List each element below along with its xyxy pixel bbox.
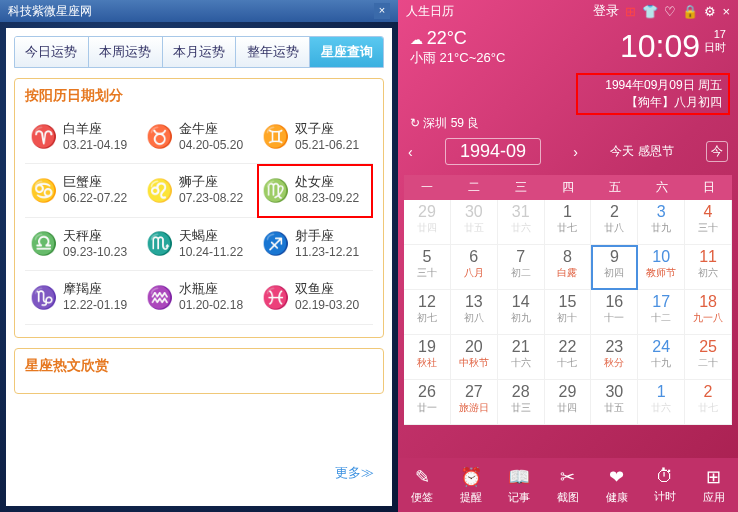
calendar-day[interactable]: 3廿九 (638, 200, 685, 245)
location-text: 深圳 59 良 (423, 116, 479, 130)
location-row[interactable]: ↻ 深圳 59 良 (398, 115, 738, 132)
tool-icon: ⏱ (654, 466, 676, 487)
calendar-day[interactable]: 27旅游日 (451, 380, 498, 425)
zodiac-range: 02.19-03.20 (295, 298, 359, 314)
calendar-day[interactable]: 4三十 (685, 200, 732, 245)
calendar-day[interactable]: 18九一八 (685, 290, 732, 335)
calendar-day[interactable]: 17十二 (638, 290, 685, 335)
tool-计时[interactable]: ⏱计时 (654, 466, 676, 504)
zodiac-item[interactable]: ♉金牛座04.20-05.20 (141, 111, 257, 164)
tool-icon: ✎ (411, 466, 433, 488)
calendar-day[interactable]: 14初九 (498, 290, 545, 335)
today-button[interactable]: 今 (706, 141, 728, 162)
calendar-day[interactable]: 23秋分 (591, 335, 638, 380)
login-link[interactable]: 登录 (593, 2, 619, 20)
zodiac-name: 双鱼座 (295, 281, 359, 298)
calendar-day[interactable]: 1廿七 (545, 200, 592, 245)
weather-icon: ☁ (410, 32, 423, 47)
tool-记事[interactable]: 📖记事 (508, 466, 530, 505)
zodiac-item[interactable]: ♌狮子座07.23-08.22 (141, 164, 257, 217)
calendar-day[interactable]: 24十九 (638, 335, 685, 380)
tab-0[interactable]: 今日运势 (15, 37, 89, 67)
weather-time-header: ☁ 22°C 小雨 21°C~26°C 10:09 17 日时 (398, 22, 738, 73)
calendar-day[interactable]: 1廿六 (638, 380, 685, 425)
zodiac-item[interactable]: ♓双鱼座02.19-03.20 (257, 271, 373, 324)
clock-time: 10:09 (620, 28, 700, 65)
calendar-day[interactable]: 31廿六 (498, 200, 545, 245)
month-nav: ‹ 1994-09 › 今天 感恩节 今 (398, 132, 738, 171)
more-link[interactable]: 更多≫ (14, 464, 384, 482)
calendar-day[interactable]: 10教师节 (638, 245, 685, 290)
calendar-day[interactable]: 29廿四 (545, 380, 592, 425)
tab-2[interactable]: 本月运势 (163, 37, 237, 67)
tab-bar: 今日运势本周运势本月运势整年运势星座查询 (14, 36, 384, 68)
calendar-day[interactable]: 12初七 (404, 290, 451, 335)
zodiac-item[interactable]: ♒水瓶座01.20-02.18 (141, 271, 257, 324)
tab-3[interactable]: 整年运势 (236, 37, 310, 67)
calendar-day[interactable]: 13初八 (451, 290, 498, 335)
zodiac-panel: 科技紫微星座网 × 今日运势本周运势本月运势整年运势星座查询 按阳历日期划分 ♈… (0, 0, 398, 512)
next-month-icon[interactable]: › (573, 144, 578, 160)
zodiac-range: 03.21-04.19 (63, 138, 127, 154)
zodiac-icon: ♏ (145, 230, 173, 258)
tool-label: 提醒 (460, 491, 482, 503)
tab-4[interactable]: 星座查询 (310, 37, 383, 67)
calendar-day[interactable]: 28廿三 (498, 380, 545, 425)
calendar-day[interactable]: 7初二 (498, 245, 545, 290)
heart-icon[interactable]: ♡ (664, 4, 676, 19)
calendar-day[interactable]: 22十七 (545, 335, 592, 380)
calendar-day[interactable]: 30廿五 (591, 380, 638, 425)
zodiac-icon: ♋ (29, 177, 57, 205)
weather-block[interactable]: ☁ 22°C 小雨 21°C~26°C (410, 28, 505, 67)
calendar-day[interactable]: 9初四 (591, 245, 638, 290)
lock-icon[interactable]: 🔒 (682, 4, 698, 19)
bottom-toolbar: ✎便签⏰提醒📖记事✂截图❤健康⏱计时⊞应用 (398, 458, 738, 512)
zodiac-item[interactable]: ♊双子座05.21-06.21 (257, 111, 373, 164)
close-icon[interactable]: × (722, 4, 730, 19)
zodiac-name: 狮子座 (179, 174, 243, 191)
calendar-day[interactable]: 29廿四 (404, 200, 451, 245)
calendar-day[interactable]: 5三十 (404, 245, 451, 290)
refresh-icon[interactable]: ↻ (410, 116, 420, 130)
calendar-day[interactable]: 16十一 (591, 290, 638, 335)
tool-健康[interactable]: ❤健康 (606, 466, 628, 505)
calendar-day[interactable]: 8白露 (545, 245, 592, 290)
calendar-day[interactable]: 30廿五 (451, 200, 498, 245)
prev-month-icon[interactable]: ‹ (408, 144, 413, 160)
tool-便签[interactable]: ✎便签 (411, 466, 433, 505)
zodiac-item[interactable]: ♏天蝎座10.24-11.22 (141, 218, 257, 271)
zodiac-item[interactable]: ♋巨蟹座06.22-07.22 (25, 164, 141, 217)
tool-提醒[interactable]: ⏰提醒 (460, 466, 482, 505)
calendar-day[interactable]: 2廿七 (685, 380, 732, 425)
close-icon[interactable]: × (374, 3, 390, 19)
calendar-day[interactable]: 2廿八 (591, 200, 638, 245)
calendar-day[interactable]: 26廿一 (404, 380, 451, 425)
right-titlebar: 人生日历 登录 ⊞ 👕 ♡ 🔒 ⚙ × (398, 0, 738, 22)
zodiac-icon: ♊ (261, 123, 289, 151)
calendar-day[interactable]: 19秋社 (404, 335, 451, 380)
shirt-icon[interactable]: 👕 (642, 4, 658, 19)
calendar-day[interactable]: 11初六 (685, 245, 732, 290)
tab-1[interactable]: 本周运势 (89, 37, 163, 67)
zodiac-item[interactable]: ♑摩羯座12.22-01.19 (25, 271, 141, 324)
current-month[interactable]: 1994-09 (445, 138, 541, 165)
calendar-day[interactable]: 21十六 (498, 335, 545, 380)
zodiac-item[interactable]: ♍处女座08.23-09.22 (257, 164, 373, 217)
calendar-day[interactable]: 6八月 (451, 245, 498, 290)
zodiac-item[interactable]: ♈白羊座03.21-04.19 (25, 111, 141, 164)
today-festival: 今天 感恩节 (610, 143, 673, 160)
settings-icon[interactable]: ⚙ (704, 4, 716, 19)
zodiac-icon: ♑ (29, 284, 57, 312)
zodiac-item[interactable]: ♎天秤座09.23-10.23 (25, 218, 141, 271)
zodiac-range: 08.23-09.22 (295, 191, 359, 207)
tool-截图[interactable]: ✂截图 (557, 466, 579, 505)
tool-应用[interactable]: ⊞应用 (703, 466, 725, 505)
calendar-day[interactable]: 20中秋节 (451, 335, 498, 380)
calendar-day[interactable]: 15初十 (545, 290, 592, 335)
tool-label: 记事 (508, 491, 530, 503)
calendar-day[interactable]: 25二十 (685, 335, 732, 380)
grid-icon[interactable]: ⊞ (625, 4, 636, 19)
zodiac-icon: ♎ (29, 230, 57, 258)
tool-label: 健康 (606, 491, 628, 503)
zodiac-item[interactable]: ♐射手座11.23-12.21 (257, 218, 373, 271)
